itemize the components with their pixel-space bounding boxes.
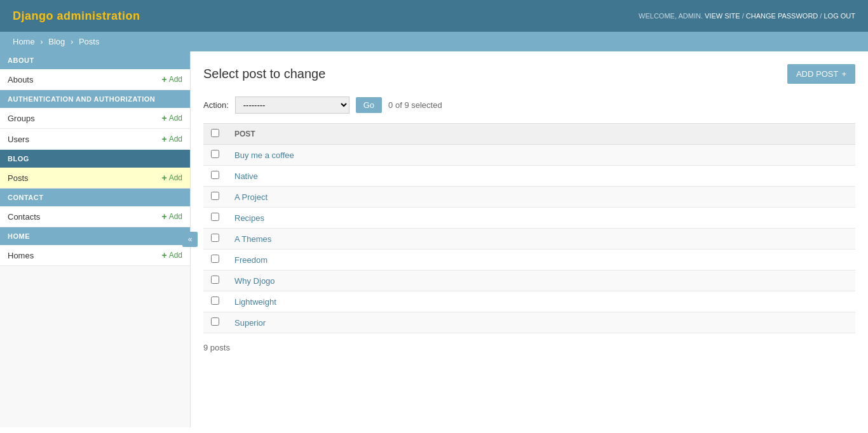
posts-table: POST Buy me a coffeeNativeA ProjectRecip… xyxy=(203,123,855,333)
user-tools: WELCOME, ADMIN. VIEW SITE / CHANGE PASSW… xyxy=(639,12,855,20)
table-row: Superior xyxy=(203,312,855,333)
post-link[interactable]: A Project xyxy=(234,192,268,202)
breadcrumbs: Home › Blog › Posts xyxy=(0,32,868,51)
main-content: Select post to change ADD POST + Action:… xyxy=(191,51,868,427)
sidebar-abouts-link[interactable]: Abouts xyxy=(8,75,33,84)
row-title-cell: A Themes xyxy=(227,229,855,250)
table-row: Recipes xyxy=(203,208,855,229)
sidebar-groups-add[interactable]: + Add xyxy=(161,113,182,123)
sidebar-item-users: Users + Add xyxy=(0,129,190,150)
sidebar-item-abouts: Abouts + Add xyxy=(0,69,190,90)
row-checkbox[interactable] xyxy=(211,276,219,284)
table-row: A Project xyxy=(203,187,855,208)
row-checkbox-cell xyxy=(203,270,227,291)
table-row: Lightweight xyxy=(203,291,855,312)
breadcrumb-home[interactable]: Home xyxy=(13,37,35,46)
row-title-cell: Why Djogo xyxy=(227,270,855,291)
row-title-cell: A Project xyxy=(227,187,855,208)
row-checkbox-cell xyxy=(203,187,227,208)
row-title-cell: Freedom xyxy=(227,250,855,270)
go-button[interactable]: Go xyxy=(356,97,382,113)
header-checkbox-cell xyxy=(203,124,227,145)
row-checkbox-cell xyxy=(203,166,227,187)
row-checkbox[interactable] xyxy=(211,234,219,242)
sidebar-caption-contact: CONTACT xyxy=(0,189,190,206)
select-all-checkbox[interactable] xyxy=(211,129,219,137)
sidebar-caption-home: HOME xyxy=(0,227,190,245)
post-count: 9 posts xyxy=(203,343,855,352)
sidebar-section-about: ABOUT Abouts + Add xyxy=(0,51,190,90)
add-post-label: ADD POST xyxy=(796,69,838,79)
sidebar-users-link[interactable]: Users xyxy=(8,135,29,144)
table-header-row: POST xyxy=(203,124,855,145)
view-site-link[interactable]: VIEW SITE xyxy=(705,12,740,20)
post-link[interactable]: Freedom xyxy=(234,255,268,265)
sidebar-users-add[interactable]: + Add xyxy=(161,134,182,144)
site-title: Django administration xyxy=(13,10,140,23)
table-row: Buy me a coffee xyxy=(203,145,855,166)
sidebar-homes-add[interactable]: + Add xyxy=(161,250,182,260)
sidebar-caption-blog: BLOG xyxy=(0,150,190,168)
row-checkbox[interactable] xyxy=(211,296,219,305)
page-title: Select post to change xyxy=(203,67,325,81)
sidebar-posts-add[interactable]: + Add xyxy=(161,173,182,183)
sidebar-abouts-add[interactable]: + Add xyxy=(161,74,182,84)
row-checkbox[interactable] xyxy=(211,255,219,263)
welcome-text: WELCOME, ADMIN. xyxy=(639,12,703,20)
sidebar-contacts-add[interactable]: + Add xyxy=(161,211,182,222)
action-bar: Action: -------- Go 0 of 9 selected xyxy=(203,97,855,114)
sidebar-section-home: HOME Homes + Add xyxy=(0,227,190,266)
row-checkbox[interactable] xyxy=(211,213,219,221)
post-link[interactable]: Why Djogo xyxy=(234,276,275,286)
row-title-cell: Buy me a coffee xyxy=(227,145,855,166)
sidebar-caption-about: ABOUT xyxy=(0,51,190,69)
post-link[interactable]: Native xyxy=(234,171,258,181)
row-title-cell: Native xyxy=(227,166,855,187)
row-checkbox[interactable] xyxy=(211,171,219,179)
row-checkbox-cell xyxy=(203,145,227,166)
row-checkbox[interactable] xyxy=(211,192,219,200)
add-post-button[interactable]: ADD POST + xyxy=(787,64,855,84)
sidebar-groups-link[interactable]: Groups xyxy=(8,114,35,123)
sidebar-section-auth: AUTHENTICATION AND AUTHORIZATION Groups … xyxy=(0,90,190,150)
breadcrumb-blog[interactable]: Blog xyxy=(48,37,65,46)
sidebar-item-contacts: Contacts + Add xyxy=(0,206,190,227)
post-link[interactable]: Recipes xyxy=(234,213,264,223)
table-row: Why Djogo xyxy=(203,270,855,291)
post-link[interactable]: Buy me a coffee xyxy=(234,150,294,160)
post-link[interactable]: A Themes xyxy=(234,234,271,244)
header: Django administration WELCOME, ADMIN. VI… xyxy=(0,0,868,32)
post-link[interactable]: Superior xyxy=(234,318,266,328)
sidebar-section-blog: BLOG Posts + Add xyxy=(0,150,190,189)
row-title-cell: Lightweight xyxy=(227,291,855,312)
sidebar-caption-auth: AUTHENTICATION AND AUTHORIZATION xyxy=(0,90,190,108)
sidebar-homes-link[interactable]: Homes xyxy=(8,251,34,260)
sidebar-contacts-link[interactable]: Contacts xyxy=(8,212,40,222)
post-link[interactable]: Lightweight xyxy=(234,297,276,307)
row-checkbox-cell xyxy=(203,312,227,333)
sidebar-item-posts: Posts + Add xyxy=(0,168,190,189)
posts-tbody: Buy me a coffeeNativeA ProjectRecipesA T… xyxy=(203,145,855,333)
table-row: Freedom xyxy=(203,250,855,270)
table-row: A Themes xyxy=(203,229,855,250)
post-column-header: POST xyxy=(227,124,855,145)
row-checkbox-cell xyxy=(203,229,227,250)
row-checkbox[interactable] xyxy=(211,150,219,158)
sidebar-collapse-button[interactable]: « xyxy=(182,232,198,247)
row-checkbox-cell xyxy=(203,208,227,229)
table-row: Native xyxy=(203,166,855,187)
row-checkbox[interactable] xyxy=(211,317,219,326)
row-checkbox-cell xyxy=(203,291,227,312)
selected-count: 0 of 9 selected xyxy=(388,100,442,110)
row-title-cell: Superior xyxy=(227,312,855,333)
add-post-icon: + xyxy=(841,69,846,79)
content-header: Select post to change ADD POST + xyxy=(203,64,855,84)
sidebar-posts-link[interactable]: Posts xyxy=(8,173,29,183)
sidebar-item-groups: Groups + Add xyxy=(0,108,190,129)
action-select[interactable]: -------- xyxy=(235,97,349,114)
log-out-link[interactable]: LOG OUT xyxy=(824,12,855,20)
action-label: Action: xyxy=(203,100,229,110)
row-checkbox-cell xyxy=(203,250,227,270)
change-password-link[interactable]: CHANGE PASSWORD xyxy=(746,12,818,20)
breadcrumb-current: Posts xyxy=(79,37,100,46)
